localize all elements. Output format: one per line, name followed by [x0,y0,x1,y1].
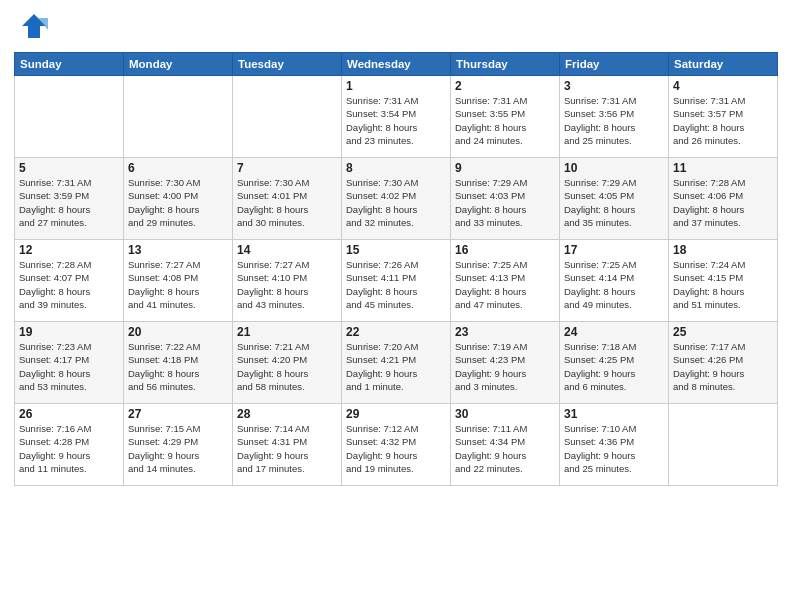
day-info: Sunrise: 7:31 AM Sunset: 3:57 PM Dayligh… [673,94,773,147]
day-number: 31 [564,407,664,421]
day-cell: 3Sunrise: 7:31 AM Sunset: 3:56 PM Daylig… [560,76,669,158]
day-cell [669,404,778,486]
logo-icon [14,10,50,46]
day-cell: 1Sunrise: 7:31 AM Sunset: 3:54 PM Daylig… [342,76,451,158]
day-cell: 8Sunrise: 7:30 AM Sunset: 4:02 PM Daylig… [342,158,451,240]
day-info: Sunrise: 7:23 AM Sunset: 4:17 PM Dayligh… [19,340,119,393]
weekday-friday: Friday [560,53,669,76]
day-number: 24 [564,325,664,339]
day-cell: 12Sunrise: 7:28 AM Sunset: 4:07 PM Dayli… [15,240,124,322]
day-number: 27 [128,407,228,421]
day-cell: 5Sunrise: 7:31 AM Sunset: 3:59 PM Daylig… [15,158,124,240]
day-info: Sunrise: 7:22 AM Sunset: 4:18 PM Dayligh… [128,340,228,393]
logo [14,10,54,46]
day-cell: 15Sunrise: 7:26 AM Sunset: 4:11 PM Dayli… [342,240,451,322]
weekday-tuesday: Tuesday [233,53,342,76]
day-info: Sunrise: 7:18 AM Sunset: 4:25 PM Dayligh… [564,340,664,393]
day-info: Sunrise: 7:15 AM Sunset: 4:29 PM Dayligh… [128,422,228,475]
day-info: Sunrise: 7:21 AM Sunset: 4:20 PM Dayligh… [237,340,337,393]
day-cell: 20Sunrise: 7:22 AM Sunset: 4:18 PM Dayli… [124,322,233,404]
day-cell: 17Sunrise: 7:25 AM Sunset: 4:14 PM Dayli… [560,240,669,322]
day-info: Sunrise: 7:29 AM Sunset: 4:03 PM Dayligh… [455,176,555,229]
day-info: Sunrise: 7:29 AM Sunset: 4:05 PM Dayligh… [564,176,664,229]
day-number: 20 [128,325,228,339]
day-number: 25 [673,325,773,339]
day-info: Sunrise: 7:16 AM Sunset: 4:28 PM Dayligh… [19,422,119,475]
day-cell: 21Sunrise: 7:21 AM Sunset: 4:20 PM Dayli… [233,322,342,404]
day-number: 22 [346,325,446,339]
day-cell: 25Sunrise: 7:17 AM Sunset: 4:26 PM Dayli… [669,322,778,404]
header [14,10,778,46]
day-info: Sunrise: 7:24 AM Sunset: 4:15 PM Dayligh… [673,258,773,311]
page: SundayMondayTuesdayWednesdayThursdayFrid… [0,0,792,612]
weekday-thursday: Thursday [451,53,560,76]
day-info: Sunrise: 7:30 AM Sunset: 4:02 PM Dayligh… [346,176,446,229]
calendar-table: SundayMondayTuesdayWednesdayThursdayFrid… [14,52,778,486]
day-info: Sunrise: 7:11 AM Sunset: 4:34 PM Dayligh… [455,422,555,475]
day-cell: 27Sunrise: 7:15 AM Sunset: 4:29 PM Dayli… [124,404,233,486]
day-number: 10 [564,161,664,175]
day-cell: 10Sunrise: 7:29 AM Sunset: 4:05 PM Dayli… [560,158,669,240]
day-cell [233,76,342,158]
day-cell: 11Sunrise: 7:28 AM Sunset: 4:06 PM Dayli… [669,158,778,240]
weekday-sunday: Sunday [15,53,124,76]
weekday-wednesday: Wednesday [342,53,451,76]
week-row-4: 19Sunrise: 7:23 AM Sunset: 4:17 PM Dayli… [15,322,778,404]
day-cell: 16Sunrise: 7:25 AM Sunset: 4:13 PM Dayli… [451,240,560,322]
day-cell: 6Sunrise: 7:30 AM Sunset: 4:00 PM Daylig… [124,158,233,240]
day-cell: 23Sunrise: 7:19 AM Sunset: 4:23 PM Dayli… [451,322,560,404]
day-number: 26 [19,407,119,421]
weekday-header-row: SundayMondayTuesdayWednesdayThursdayFrid… [15,53,778,76]
day-info: Sunrise: 7:14 AM Sunset: 4:31 PM Dayligh… [237,422,337,475]
day-number: 7 [237,161,337,175]
day-number: 13 [128,243,228,257]
day-cell: 4Sunrise: 7:31 AM Sunset: 3:57 PM Daylig… [669,76,778,158]
day-number: 3 [564,79,664,93]
day-cell: 13Sunrise: 7:27 AM Sunset: 4:08 PM Dayli… [124,240,233,322]
day-cell: 28Sunrise: 7:14 AM Sunset: 4:31 PM Dayli… [233,404,342,486]
day-number: 29 [346,407,446,421]
day-cell: 22Sunrise: 7:20 AM Sunset: 4:21 PM Dayli… [342,322,451,404]
day-info: Sunrise: 7:31 AM Sunset: 3:59 PM Dayligh… [19,176,119,229]
day-cell: 30Sunrise: 7:11 AM Sunset: 4:34 PM Dayli… [451,404,560,486]
day-cell: 2Sunrise: 7:31 AM Sunset: 3:55 PM Daylig… [451,76,560,158]
day-number: 21 [237,325,337,339]
day-info: Sunrise: 7:27 AM Sunset: 4:10 PM Dayligh… [237,258,337,311]
day-number: 30 [455,407,555,421]
week-row-5: 26Sunrise: 7:16 AM Sunset: 4:28 PM Dayli… [15,404,778,486]
week-row-3: 12Sunrise: 7:28 AM Sunset: 4:07 PM Dayli… [15,240,778,322]
day-info: Sunrise: 7:27 AM Sunset: 4:08 PM Dayligh… [128,258,228,311]
day-info: Sunrise: 7:28 AM Sunset: 4:06 PM Dayligh… [673,176,773,229]
day-info: Sunrise: 7:31 AM Sunset: 3:55 PM Dayligh… [455,94,555,147]
day-cell: 7Sunrise: 7:30 AM Sunset: 4:01 PM Daylig… [233,158,342,240]
day-info: Sunrise: 7:12 AM Sunset: 4:32 PM Dayligh… [346,422,446,475]
day-info: Sunrise: 7:31 AM Sunset: 3:56 PM Dayligh… [564,94,664,147]
day-info: Sunrise: 7:30 AM Sunset: 4:00 PM Dayligh… [128,176,228,229]
weekday-saturday: Saturday [669,53,778,76]
day-number: 4 [673,79,773,93]
day-cell [15,76,124,158]
day-number: 14 [237,243,337,257]
day-number: 12 [19,243,119,257]
day-info: Sunrise: 7:25 AM Sunset: 4:13 PM Dayligh… [455,258,555,311]
day-number: 15 [346,243,446,257]
day-cell: 29Sunrise: 7:12 AM Sunset: 4:32 PM Dayli… [342,404,451,486]
day-info: Sunrise: 7:25 AM Sunset: 4:14 PM Dayligh… [564,258,664,311]
day-number: 18 [673,243,773,257]
day-info: Sunrise: 7:10 AM Sunset: 4:36 PM Dayligh… [564,422,664,475]
day-info: Sunrise: 7:30 AM Sunset: 4:01 PM Dayligh… [237,176,337,229]
day-number: 19 [19,325,119,339]
day-number: 23 [455,325,555,339]
day-cell: 24Sunrise: 7:18 AM Sunset: 4:25 PM Dayli… [560,322,669,404]
day-number: 11 [673,161,773,175]
week-row-1: 1Sunrise: 7:31 AM Sunset: 3:54 PM Daylig… [15,76,778,158]
weekday-monday: Monday [124,53,233,76]
day-info: Sunrise: 7:19 AM Sunset: 4:23 PM Dayligh… [455,340,555,393]
day-number: 5 [19,161,119,175]
day-number: 8 [346,161,446,175]
day-info: Sunrise: 7:17 AM Sunset: 4:26 PM Dayligh… [673,340,773,393]
day-info: Sunrise: 7:20 AM Sunset: 4:21 PM Dayligh… [346,340,446,393]
day-cell: 14Sunrise: 7:27 AM Sunset: 4:10 PM Dayli… [233,240,342,322]
day-number: 1 [346,79,446,93]
day-cell [124,76,233,158]
